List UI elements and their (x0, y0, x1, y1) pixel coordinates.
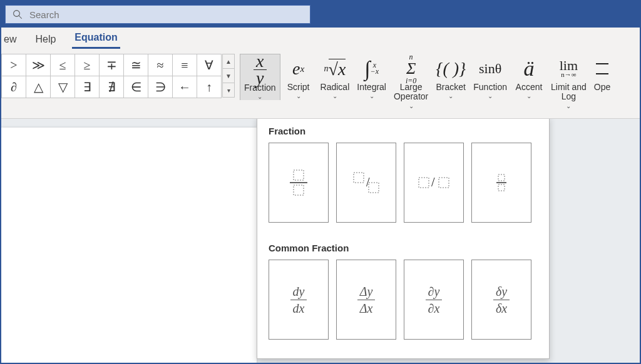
dropdown-section-common: Common Fraction (257, 234, 549, 260)
symbol-cell[interactable]: ≤ (50, 54, 75, 76)
structure-tools: xy Fraction ⌄ ex Script ⌄ n√x Radical ⌄ … (240, 54, 610, 109)
title-bar (1, 1, 640, 28)
tab-equation[interactable]: Equation (72, 29, 120, 49)
bracket-icon: {( )} (436, 55, 466, 83)
fraction-linear[interactable]: / (404, 143, 464, 223)
svg-text:/: / (431, 175, 435, 189)
symbol-cell[interactable]: > (1, 54, 26, 76)
symbol-cell[interactable]: ▽ (50, 76, 75, 98)
symbol-cell[interactable]: △ (26, 76, 51, 98)
svg-point-0 (14, 11, 20, 17)
tab-view[interactable]: ew (1, 31, 19, 49)
ribbon-tabs: ew Help Equation (1, 28, 640, 50)
radical-tool[interactable]: n√x Radical ⌄ (317, 54, 354, 99)
accent-icon: ä (523, 55, 534, 83)
symbol-cell[interactable]: ∃ (74, 76, 100, 98)
document-page[interactable] (1, 128, 257, 363)
denominator: δx (493, 300, 510, 315)
symbol-cell[interactable]: ≈ (148, 54, 173, 76)
fraction-icon: xy (254, 56, 266, 83)
svg-rect-5 (294, 170, 304, 180)
chevron-down-icon: ⌄ (332, 93, 337, 99)
gallery-expand-icon[interactable]: ▾ (222, 83, 235, 98)
integral-icon: ∫x−x (364, 55, 379, 83)
symbol-cell[interactable]: ← (172, 76, 197, 98)
operator-label: Ope (594, 83, 610, 92)
function-icon: sinθ (479, 55, 501, 83)
svg-rect-10 (369, 183, 379, 193)
symbol-cell[interactable]: ∋ (148, 76, 173, 98)
accent-tool[interactable]: ä Accent ⌄ (511, 54, 547, 99)
symbol-cell[interactable]: ∈ (123, 76, 148, 98)
svg-rect-11 (419, 178, 429, 188)
function-tool[interactable]: sinθ Function ⌄ (469, 54, 511, 99)
chevron-down-icon: ⌄ (448, 93, 453, 99)
search-icon (12, 9, 23, 20)
limit-log-label: Limit and Log (551, 83, 587, 102)
fraction-dropdown: Fraction / / Common Fraction dydx (257, 119, 550, 359)
common-fraction-dy-dx[interactable]: dydx (269, 260, 329, 340)
tab-help[interactable]: Help (33, 31, 58, 49)
denominator: dx (290, 300, 307, 315)
symbol-cell[interactable]: ≥ (74, 54, 100, 76)
symbol-cell[interactable]: ↑ (197, 76, 222, 98)
large-operator-label: Large Operator (394, 83, 428, 102)
symbol-cell[interactable]: ≅ (123, 54, 148, 76)
svg-rect-7 (294, 185, 304, 195)
chevron-down-icon: ⌄ (409, 103, 414, 109)
gallery-scroll-up-icon[interactable]: ▲ (222, 54, 235, 69)
integral-label: Integral (357, 83, 386, 92)
svg-rect-16 (498, 185, 505, 191)
function-label: Function (473, 83, 507, 92)
dropdown-section-fraction: Fraction (257, 119, 549, 143)
fraction-skewed[interactable]: / (336, 143, 396, 223)
integral-tool[interactable]: ∫x−x Integral ⌄ (353, 54, 390, 99)
fraction-tool[interactable]: xy Fraction ⌄ (240, 54, 280, 100)
gallery-scroll-down-icon[interactable]: ▼ (222, 68, 235, 83)
svg-rect-8 (354, 173, 364, 183)
chevron-down-icon: ⌄ (296, 93, 301, 99)
script-icon: ex (292, 55, 304, 83)
common-fraction-delta[interactable]: ΔyΔx (336, 260, 396, 340)
symbol-cell[interactable]: ∂ (1, 76, 26, 98)
limit-icon: limn→∞ (560, 55, 578, 83)
script-label: Script (287, 83, 310, 92)
chevron-down-icon: ⌄ (369, 93, 374, 99)
accent-label: Accent (516, 83, 543, 92)
numerator: ∂y (426, 285, 443, 300)
symbol-cell[interactable]: ∀ (197, 54, 222, 76)
fraction-stacked[interactable] (269, 143, 329, 223)
symbol-cell[interactable]: ∓ (99, 54, 124, 76)
radical-icon: n√x (324, 55, 346, 83)
chevron-down-icon: ⌄ (488, 93, 493, 99)
script-tool[interactable]: ex Script ⌄ (280, 54, 317, 99)
search-input[interactable] (29, 9, 310, 20)
document-area: Fraction / / Common Fraction dydx (1, 119, 640, 363)
symbol-row-1: > ≫ ≤ ≥ ∓ ≅ ≈ ≡ ∀ (1, 54, 221, 76)
bracket-tool[interactable]: {( )} Bracket ⌄ (432, 54, 469, 99)
common-fraction-smalldelta[interactable]: δyδx (471, 260, 531, 340)
svg-text:/: / (366, 175, 370, 189)
denominator: Δx (357, 300, 376, 315)
ribbon: > ≫ ≤ ≥ ∓ ≅ ≈ ≡ ∀ ∂ △ ▽ ∃ ∄ ∈ ∋ (1, 50, 640, 119)
fraction-label: Fraction (244, 83, 276, 93)
symbol-cell[interactable]: ≫ (26, 54, 51, 76)
symbol-cell[interactable]: ∄ (99, 76, 124, 98)
chevron-down-icon: ⌄ (526, 93, 531, 99)
large-operator-tool[interactable]: nΣi=0 Large Operator ⌄ (390, 54, 432, 109)
symbol-cell[interactable]: ≡ (172, 54, 197, 76)
numerator: δy (493, 285, 510, 300)
svg-rect-13 (439, 178, 449, 188)
search-box[interactable] (5, 5, 310, 24)
limit-log-tool[interactable]: limn→∞ Limit and Log ⌄ (547, 54, 590, 109)
fraction-small[interactable] (471, 143, 531, 223)
common-fraction-partial[interactable]: ∂y∂x (404, 260, 464, 340)
common-fraction-row: dydx ΔyΔx ∂y∂x δyδx (257, 260, 549, 351)
fraction-options-row: / / (257, 143, 549, 234)
numerator: dy (290, 285, 307, 300)
symbol-row-2: ∂ △ ▽ ∃ ∄ ∈ ∋ ← ↑ (1, 76, 221, 98)
operator-tool[interactable]: Ope (590, 54, 610, 92)
symbol-gallery: > ≫ ≤ ≥ ∓ ≅ ≈ ≡ ∀ ∂ △ ▽ ∃ ∄ ∈ ∋ (1, 54, 235, 98)
numerator: Δy (357, 285, 376, 300)
chevron-down-icon: ⌄ (257, 93, 262, 100)
